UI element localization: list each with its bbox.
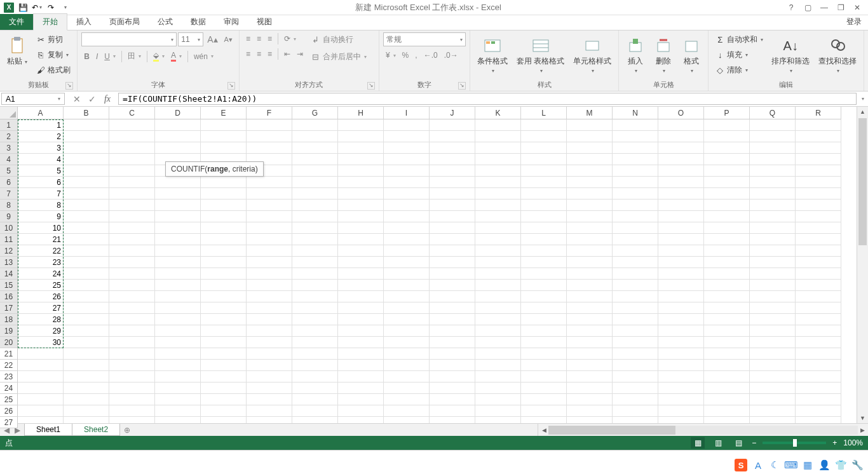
help-button[interactable]: ? xyxy=(785,2,797,13)
cell-O23[interactable] xyxy=(658,371,704,383)
cell-D1[interactable] xyxy=(155,119,201,131)
cell-A15[interactable]: 25 xyxy=(18,280,64,291)
align-right-button[interactable]: ≡ xyxy=(265,48,275,60)
cell-E18[interactable] xyxy=(201,314,247,325)
indent-inc-button[interactable]: ⇥ xyxy=(294,48,306,60)
cell-J4[interactable] xyxy=(430,154,475,165)
cell-E12[interactable] xyxy=(201,245,247,257)
cell-L18[interactable] xyxy=(521,314,567,325)
cell-R14[interactable] xyxy=(796,268,841,280)
cell-H27[interactable] xyxy=(338,417,384,423)
cell-G14[interactable] xyxy=(292,268,338,280)
cell-M13[interactable] xyxy=(567,257,613,268)
cell-L20[interactable] xyxy=(521,337,567,348)
cell-Q22[interactable] xyxy=(750,360,796,371)
cell-N26[interactable] xyxy=(613,405,658,417)
cell-B18[interactable] xyxy=(64,314,109,325)
cell-D21[interactable] xyxy=(155,348,201,360)
cell-C11[interactable] xyxy=(109,234,155,245)
clear-button[interactable]: ◇清除▾ xyxy=(712,63,766,78)
cell-F13[interactable] xyxy=(247,257,292,268)
formula-input[interactable]: =IF(COUNTIF(Sheet2!A1:A20)) xyxy=(118,93,857,105)
percent-button[interactable]: % xyxy=(400,49,412,62)
cell-B2[interactable] xyxy=(64,131,109,142)
row-header-23[interactable]: 23 xyxy=(0,371,18,383)
cell-O5[interactable] xyxy=(658,165,704,177)
cell-H20[interactable] xyxy=(338,337,384,348)
col-header-R[interactable]: R xyxy=(796,107,841,119)
cell-K3[interactable] xyxy=(475,142,521,154)
cell-D24[interactable] xyxy=(155,383,201,394)
cell-J17[interactable] xyxy=(430,302,475,314)
cell-B27[interactable] xyxy=(64,417,109,423)
cell-O24[interactable] xyxy=(658,383,704,394)
cell-L10[interactable] xyxy=(521,222,567,234)
cell-N4[interactable] xyxy=(613,154,658,165)
col-header-L[interactable]: L xyxy=(521,107,567,119)
cell-R3[interactable] xyxy=(796,142,841,154)
redo-button[interactable]: ↷ xyxy=(44,1,57,14)
cell-F16[interactable] xyxy=(247,291,292,302)
cell-C3[interactable] xyxy=(109,142,155,154)
cell-G4[interactable] xyxy=(292,154,338,165)
cell-C8[interactable] xyxy=(109,200,155,211)
cell-I14[interactable] xyxy=(384,268,430,280)
cell-P17[interactable] xyxy=(704,302,750,314)
cell-Q27[interactable] xyxy=(750,417,796,423)
cell-D22[interactable] xyxy=(155,360,201,371)
hscroll-right[interactable]: ▶ xyxy=(858,427,867,433)
cell-G22[interactable] xyxy=(292,360,338,371)
cell-F18[interactable] xyxy=(247,314,292,325)
cell-N11[interactable] xyxy=(613,234,658,245)
cell-P11[interactable] xyxy=(704,234,750,245)
cell-M27[interactable] xyxy=(567,417,613,423)
cell-N17[interactable] xyxy=(613,302,658,314)
row-header-3[interactable]: 3 xyxy=(0,142,18,154)
number-format-combo[interactable]: 常规▾ xyxy=(383,32,466,46)
cell-I16[interactable] xyxy=(384,291,430,302)
cell-Q9[interactable] xyxy=(750,211,796,222)
row-header-17[interactable]: 17 xyxy=(0,302,18,314)
cell-B10[interactable] xyxy=(64,222,109,234)
cell-K23[interactable] xyxy=(475,371,521,383)
cell-L24[interactable] xyxy=(521,383,567,394)
cell-M22[interactable] xyxy=(567,360,613,371)
cell-D27[interactable] xyxy=(155,417,201,423)
cell-J5[interactable] xyxy=(430,165,475,177)
cell-H6[interactable] xyxy=(338,177,384,188)
font-name-combo[interactable]: ▾ xyxy=(81,32,177,46)
col-header-H[interactable]: H xyxy=(338,107,384,119)
cell-L2[interactable] xyxy=(521,131,567,142)
cell-E26[interactable] xyxy=(201,405,247,417)
cell-Q25[interactable] xyxy=(750,394,796,405)
comma-button[interactable]: , xyxy=(412,49,419,62)
cell-M2[interactable] xyxy=(567,131,613,142)
insert-cells-button[interactable]: 插入▾ xyxy=(623,32,648,78)
vertical-scrollbar[interactable]: ▲ ▼ xyxy=(857,107,868,423)
cell-N8[interactable] xyxy=(613,200,658,211)
cell-K11[interactable] xyxy=(475,234,521,245)
cell-D23[interactable] xyxy=(155,371,201,383)
cell-G26[interactable] xyxy=(292,405,338,417)
cell-D8[interactable] xyxy=(155,200,201,211)
cell-G6[interactable] xyxy=(292,177,338,188)
cell-B26[interactable] xyxy=(64,405,109,417)
name-box[interactable]: A1▾ xyxy=(1,93,65,105)
cell-I22[interactable] xyxy=(384,360,430,371)
align-launcher[interactable]: ↘ xyxy=(367,82,375,90)
hscroll-thumb[interactable] xyxy=(548,426,675,435)
cell-N27[interactable] xyxy=(613,417,658,423)
cell-O20[interactable] xyxy=(658,337,704,348)
cell-A22[interactable] xyxy=(18,360,64,371)
cell-F14[interactable] xyxy=(247,268,292,280)
cell-I21[interactable] xyxy=(384,348,430,360)
col-header-J[interactable]: J xyxy=(430,107,475,119)
cell-A24[interactable] xyxy=(18,383,64,394)
cell-L5[interactable] xyxy=(521,165,567,177)
cell-I25[interactable] xyxy=(384,394,430,405)
cell-P8[interactable] xyxy=(704,200,750,211)
cell-L14[interactable] xyxy=(521,268,567,280)
cell-E3[interactable] xyxy=(201,142,247,154)
cell-K4[interactable] xyxy=(475,154,521,165)
zoom-slider[interactable] xyxy=(763,442,826,444)
